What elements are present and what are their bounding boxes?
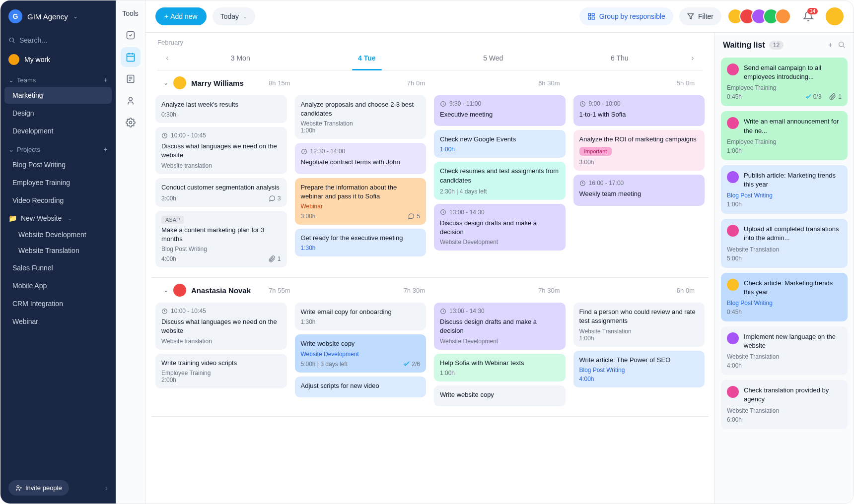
task-card[interactable]: Check new Google Events1:00h <box>434 130 566 158</box>
my-work-link[interactable]: My work <box>0 48 116 71</box>
task-card[interactable]: Write email copy for onboarding1:30h <box>295 303 427 330</box>
task-card[interactable]: Conduct customer segmentation analysis3:… <box>155 178 287 207</box>
sidebar-item-project[interactable]: CRM Integration <box>4 295 112 312</box>
task-card[interactable]: Write article: The Power of SEOBlog Post… <box>573 351 705 387</box>
card-title: Write article: The Power of SEO <box>579 356 699 365</box>
card-project: Website Translation <box>579 328 699 335</box>
day-tab[interactable]: 4 Tue <box>304 46 430 70</box>
card-project: Website Translation <box>301 120 421 127</box>
today-button[interactable]: Today⌄ <box>213 7 255 25</box>
card-title: Implement new language on the website <box>744 332 842 350</box>
svg-point-1 <box>17 485 19 488</box>
card-title: Discuss design drafts and make a decisio… <box>440 317 560 335</box>
day-tab[interactable]: 6 Thu <box>557 46 683 70</box>
prev-week-button[interactable]: ‹ <box>157 47 177 69</box>
waiting-list-card[interactable]: Check article: Marketing trends this yea… <box>721 273 848 321</box>
sidebar-item-team[interactable]: Development <box>4 123 112 139</box>
next-week-button[interactable]: › <box>683 47 703 69</box>
task-card[interactable]: 16:00 - 17:00Weekly team meeting <box>573 175 705 205</box>
card-duration: 0:45h <box>727 93 742 100</box>
sidebar-folder[interactable]: 📁New Website⌄ <box>0 210 116 227</box>
task-card[interactable]: 12:30 - 14:00Negotiate contract terms wi… <box>295 143 427 174</box>
task-card[interactable]: Write website copyWebsite Development5:0… <box>295 334 427 372</box>
task-card[interactable]: Write training video scriptsEmployee Tra… <box>155 354 287 388</box>
plus-icon[interactable]: + <box>828 41 833 50</box>
task-card[interactable]: Get ready for the executive meeting1:30h <box>295 229 427 256</box>
document-view-button[interactable] <box>121 69 141 89</box>
chevron-down-icon[interactable]: ⌄ <box>163 287 168 294</box>
settings-button[interactable] <box>121 113 141 132</box>
day-duration: 5h 0m <box>677 79 695 87</box>
tools-label: Tools <box>122 9 139 17</box>
calendar-view-button[interactable] <box>121 47 141 67</box>
search-input[interactable]: Search... <box>0 32 116 48</box>
sidebar-section-projects[interactable]: ⌄Projects + <box>0 140 116 155</box>
workspace-switcher[interactable]: G GIM Agency ⌄ <box>0 0 116 32</box>
waiting-list-card[interactable]: Write an email announcement for the ne..… <box>721 111 848 160</box>
task-card[interactable]: 9:00 - 10:001-to-1 with Sofia <box>573 95 705 126</box>
task-card[interactable]: Analyze the ROI of marketing campaignsim… <box>573 130 705 171</box>
task-card[interactable]: Analyze proposals and choose 2-3 best ca… <box>295 95 427 139</box>
chevron-down-icon[interactable]: ⌄ <box>163 79 168 86</box>
chevron-right-icon[interactable]: › <box>105 484 108 493</box>
waiting-list-card[interactable]: Upload all completed translations into t… <box>721 219 848 267</box>
task-card[interactable]: 10:00 - 10:45Discuss what languages we n… <box>155 303 287 349</box>
waiting-list-card[interactable]: Send email campaign to all employees int… <box>721 58 848 106</box>
card-footer-right: 2/6 <box>403 361 420 368</box>
search-icon[interactable] <box>838 41 846 49</box>
card-project: Employee Training <box>727 84 842 91</box>
day-tab[interactable]: 3 Mon <box>177 46 304 70</box>
task-card[interactable]: Find a person who could review and rate … <box>573 303 705 346</box>
sidebar-item-project[interactable]: Blog Post Writing <box>4 156 112 173</box>
task-card[interactable]: Adjust scripts for new video <box>295 377 427 397</box>
plus-icon[interactable]: + <box>104 145 108 153</box>
card-duration: 3:00h <box>579 159 699 166</box>
sidebar-item-project[interactable]: Employee Training <box>4 174 112 191</box>
waiting-list-card[interactable]: Publish article: Marketing trends this y… <box>721 165 848 214</box>
add-new-button[interactable]: +Add new <box>155 7 207 25</box>
task-card[interactable]: Analyze last week's results0:30h <box>155 95 287 123</box>
task-card[interactable]: ASAPMake a content marketing plan for 3 … <box>155 211 287 267</box>
task-card[interactable]: Help Sofia with Webinar texts1:00h <box>434 354 566 381</box>
svg-point-14 <box>129 122 132 124</box>
current-user-avatar[interactable] <box>826 7 844 25</box>
workspace-name: GIM Agency <box>27 12 68 21</box>
group-by-button[interactable]: Group by responsible <box>579 7 673 25</box>
card-duration: 0:30h <box>161 111 281 118</box>
card-title: Write training video scripts <box>161 359 281 368</box>
people-view-button[interactable] <box>121 91 141 111</box>
task-card[interactable]: 10:00 - 10:45Discuss what languages we n… <box>155 127 287 174</box>
filter-button[interactable]: Filter <box>679 7 721 25</box>
card-project: Website Translation <box>727 353 842 360</box>
sidebar-item-project[interactable]: Mobile App <box>4 277 112 294</box>
sidebar-item-project[interactable]: Sales Funnel <box>4 259 112 276</box>
task-card[interactable]: 9:30 - 11:00Executive meeting <box>434 95 566 126</box>
invite-people-button[interactable]: Invite people <box>8 480 69 496</box>
sidebar-item-project[interactable]: Webinar <box>4 313 112 330</box>
user-avatar-icon <box>8 54 19 65</box>
plus-icon[interactable]: + <box>104 76 108 84</box>
sidebar-section-teams[interactable]: ⌄Teams + <box>0 71 116 86</box>
notifications-button[interactable]: 14 <box>797 11 820 22</box>
checkbox-view-button[interactable] <box>121 25 141 45</box>
waiting-list-title: Waiting list <box>723 41 765 50</box>
sidebar-item-team[interactable]: Design <box>4 105 112 122</box>
task-card[interactable]: Check resumes and test assigments from c… <box>434 162 566 199</box>
task-card[interactable]: 13:00 - 14:30Discuss design drafts and m… <box>434 303 566 349</box>
svg-rect-17 <box>588 17 591 19</box>
task-card[interactable]: Write website copy <box>434 385 566 406</box>
avatar[interactable] <box>775 8 791 24</box>
task-card[interactable]: Prepare the information about the webina… <box>295 178 427 225</box>
sidebar-item-team[interactable]: Marketing <box>4 87 112 104</box>
sidebar-item-subproject[interactable]: Website Translation <box>0 243 116 258</box>
card-project: Webinar <box>301 203 421 210</box>
task-card[interactable]: 13:00 - 14:30Discuss design drafts and m… <box>434 204 566 251</box>
waiting-list-card[interactable]: Check translation provided by agencyWebs… <box>721 380 848 429</box>
waiting-list-card[interactable]: Implement new language on the websiteWeb… <box>721 326 848 375</box>
sidebar-item-project[interactable]: Video Recording <box>4 192 112 209</box>
team-avatars[interactable] <box>727 8 791 24</box>
sidebar-item-subproject[interactable]: Website Development <box>0 227 116 243</box>
sidebar: G GIM Agency ⌄ Search... My work ⌄Teams … <box>0 0 116 504</box>
card-footer-right: 5 <box>408 213 420 220</box>
day-tab[interactable]: 5 Wed <box>430 46 557 70</box>
